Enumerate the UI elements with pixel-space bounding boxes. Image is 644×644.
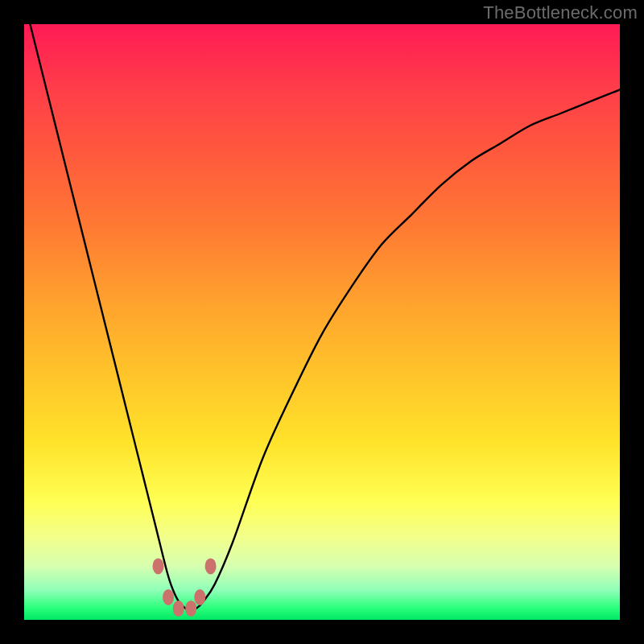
curve-markers [153,558,217,617]
marker-left-upper [153,558,164,574]
marker-right-lower [194,589,205,605]
watermark-text: TheBottleneck.com [483,2,638,23]
plot-area [24,24,620,620]
bottleneck-curve [30,24,620,611]
marker-left-lower [163,589,174,605]
marker-right-upper [205,558,217,574]
chart-svg [24,24,620,620]
marker-bottom-left [173,601,184,617]
marker-bottom-right [185,601,196,617]
chart-frame: TheBottleneck.com [0,0,644,644]
